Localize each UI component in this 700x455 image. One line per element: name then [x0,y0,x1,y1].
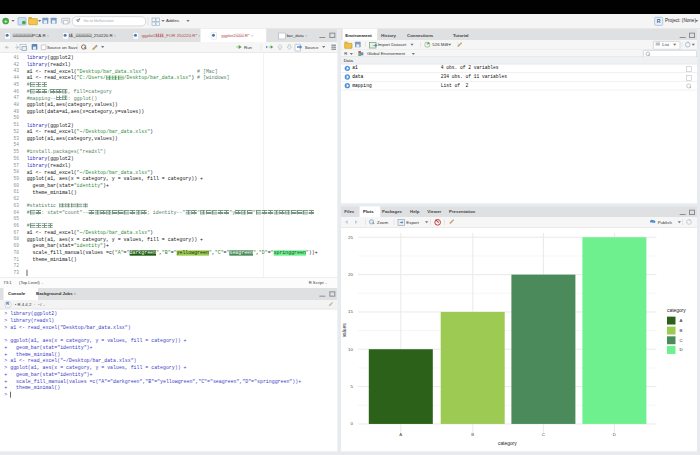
svg-text:D: D [613,432,616,437]
svg-text:C: C [680,338,683,343]
svg-text:C: C [542,432,545,437]
svg-text:20: 20 [348,272,353,277]
svg-text:15: 15 [348,309,353,314]
svg-text:A: A [680,318,683,323]
svg-text:values: values [342,323,347,338]
svg-text:D: D [680,347,683,352]
svg-text:B: B [471,432,474,437]
svg-text:0: 0 [351,421,354,426]
svg-text:category: category [498,441,517,446]
svg-text:25: 25 [348,235,353,240]
svg-text:10: 10 [348,347,353,352]
svg-text:category: category [667,308,686,313]
svg-text:A: A [399,432,402,437]
svg-text:B: B [680,328,683,333]
svg-text:5: 5 [351,384,354,389]
